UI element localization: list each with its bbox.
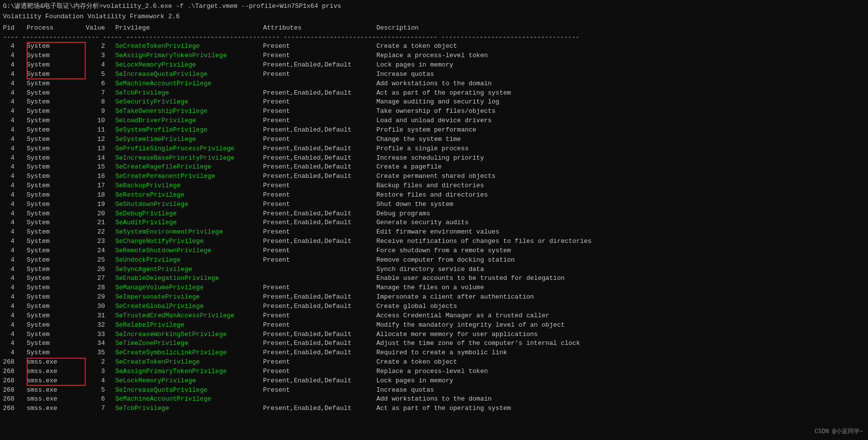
cell-process: System: [27, 135, 86, 144]
cell-attributes: Present,Enabled,Default: [263, 89, 376, 98]
separator: ---- -------------------- ----- --------…: [3, 33, 865, 42]
cell-pid: 268: [3, 376, 27, 386]
table-row: 4 System 35 SeCreateSymbolicLinkPrivileg…: [3, 348, 865, 358]
cell-privilege: SeUndockPrivilege: [115, 256, 263, 265]
cell-process: System: [27, 89, 86, 98]
cell-description: Shut down the system: [376, 200, 453, 209]
cell-process: System: [27, 265, 86, 274]
cell-description: Create a pagefile: [376, 163, 442, 172]
table-row: 4 System 8 SeSecurityPrivilege Present M…: [3, 98, 865, 107]
table-row: 4 System 29 SeImpersonatePrivilege Prese…: [3, 293, 865, 302]
cell-attributes: Present: [263, 386, 376, 395]
cell-description: Adjust the time zone of the computer's i…: [376, 339, 580, 348]
cell-attributes: Present: [263, 358, 376, 367]
cell-description: Manage auditing and security log: [376, 98, 500, 107]
cell-attributes: Present,Enabled,Default: [263, 144, 376, 154]
cell-description: Impersonate a client after authenticatio…: [376, 293, 534, 302]
cell-value: 2: [86, 42, 115, 51]
cell-value: 29: [86, 293, 115, 302]
cell-pid: 4: [3, 135, 27, 144]
table-row: 4 System 26 SeSyncAgentPrivilege Synch d…: [3, 265, 865, 274]
cell-process: System: [27, 302, 86, 311]
cell-pid: 4: [3, 144, 27, 154]
cell-pid: 4: [3, 265, 27, 274]
table-row: 4 System 16 SeCreatePermanentPrivilege P…: [3, 172, 865, 181]
cell-pid: 4: [3, 339, 27, 348]
cell-pid: 4: [3, 218, 27, 228]
cell-privilege: SeTrustedCredManAccessPrivilege: [115, 311, 263, 321]
cell-attributes: Present,Enabled,Default: [263, 376, 376, 386]
cell-description: Increase quotas: [376, 386, 434, 395]
cell-privilege: SeDebugPrivilege: [115, 209, 263, 219]
cell-pid: 4: [3, 42, 27, 51]
cell-pid: 4: [3, 302, 27, 311]
command-line: G:\渗透靶场&电子取证\内存分析>volatility_2.6.exe -f …: [3, 2, 865, 11]
table-row: 4 System 24 SeRemoteShutdownPrivilege Pr…: [3, 246, 865, 256]
cell-value: 6: [86, 79, 115, 89]
cell-value: 31: [86, 311, 115, 321]
cell-pid: 4: [3, 228, 27, 237]
cell-value: 19: [86, 200, 115, 209]
cell-description: Profile a single process: [376, 144, 468, 154]
cell-process: System: [27, 246, 86, 256]
cell-process: System: [27, 283, 86, 293]
cell-process: System: [27, 154, 86, 163]
cell-process: System: [27, 209, 86, 219]
cell-privilege: SeAuditPrivilege: [115, 218, 263, 228]
cell-process: System: [27, 61, 86, 70]
table-row: 268 smss.exe 3 SeAssignPrimaryTokenPrivi…: [3, 367, 865, 376]
cell-process: smss.exe: [27, 404, 86, 413]
table-row: 4 System 27 SeEnableDelegationPrivilege …: [3, 274, 865, 283]
cell-description: Increase quotas: [376, 70, 434, 79]
cell-privilege: SeSystemEnvironmentPrivilege: [115, 228, 263, 237]
cell-description: Take ownership of files/objects: [376, 107, 496, 116]
table-row: 4 System 4 SeLockMemoryPrivilege Present…: [3, 61, 865, 70]
cell-attributes: Present: [263, 191, 376, 200]
table-row: 4 System 17 SeBackupPrivilege Present Ba…: [3, 181, 865, 191]
table-row: 4 System 18 SeRestorePrivilege Present R…: [3, 191, 865, 200]
cell-process: System: [27, 144, 86, 154]
cell-pid: 4: [3, 172, 27, 181]
cell-pid: 4: [3, 348, 27, 358]
cell-privilege: SeRestorePrivilege: [115, 191, 263, 200]
cell-attributes: Present,Enabled,Default: [263, 404, 376, 413]
cell-pid: 4: [3, 116, 27, 126]
cell-value: 27: [86, 274, 115, 283]
cell-process: System: [27, 293, 86, 302]
cell-attributes: Present,Enabled,Default: [263, 154, 376, 163]
cell-process: System: [27, 256, 86, 265]
table-row: 4 System 31 SeTrustedCredManAccessPrivil…: [3, 311, 865, 321]
cell-process: System: [27, 163, 86, 172]
cell-value: 10: [86, 116, 115, 126]
cell-attributes: Present: [263, 135, 376, 144]
cell-pid: 4: [3, 274, 27, 283]
data-table: 4 System 2 SeCreateTokenPrivilege Presen…: [3, 42, 865, 413]
cell-privilege: SeIncreaseQuotaPrivilege: [115, 386, 263, 395]
table-row: 268 smss.exe 4 SeLockMemoryPrivilege Pre…: [3, 376, 865, 386]
cell-description: Backup files and directories: [376, 181, 484, 191]
cell-attributes: Present,Enabled,Default: [263, 302, 376, 311]
cell-value: 4: [86, 61, 115, 70]
cell-privilege: SeTimeZonePrivilege: [115, 339, 263, 348]
table-row: 4 System 23 SeChangeNotifyPrivilege Pres…: [3, 237, 865, 246]
cell-process: smss.exe: [27, 358, 86, 367]
pid-header: Pid: [3, 24, 27, 33]
cell-attributes: Present: [263, 228, 376, 237]
table-row: 4 System 3 SeAssignPrimaryTokenPrivilege…: [3, 51, 865, 61]
cell-description: Act as part of the operating system: [376, 89, 511, 98]
table-row: 4 System 5 SeIncreaseQuotaPrivilege Pres…: [3, 70, 865, 79]
cell-value: 30: [86, 302, 115, 311]
cell-attributes: Present,Enabled,Default: [263, 126, 376, 135]
cell-privilege: SeEnableDelegationPrivilege: [115, 274, 263, 283]
cell-process: System: [27, 348, 86, 358]
cell-process: System: [27, 237, 86, 246]
cell-privilege: SeMachineAccountPrivilege: [115, 395, 263, 404]
table-row: 4 System 33 SeIncreaseWorkingSetPrivileg…: [3, 330, 865, 339]
cell-value: 25: [86, 256, 115, 265]
table-row: 268 smss.exe 5 SeIncreaseQuotaPrivilege …: [3, 386, 865, 395]
cell-value: 7: [86, 89, 115, 98]
cell-pid: 4: [3, 191, 27, 200]
cell-pid: 268: [3, 395, 27, 404]
table-row: 268 smss.exe 7 SeTcbPrivilege Present,En…: [3, 404, 865, 413]
cell-pid: 4: [3, 163, 27, 172]
